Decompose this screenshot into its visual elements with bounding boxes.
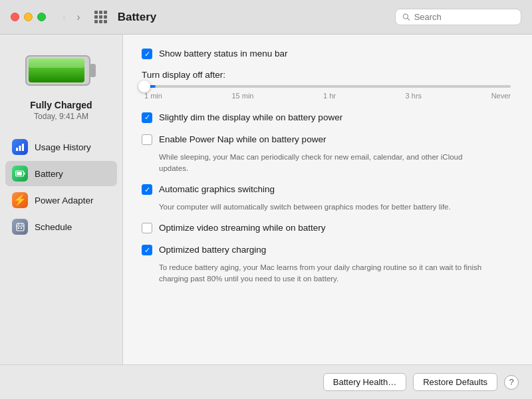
svg-rect-11 (17, 172, 22, 176)
sidebar-item-usage-history[interactable]: Usage History (5, 134, 117, 160)
minimize-button[interactable] (24, 13, 33, 21)
optimized-charging-row: ✓ Optimized battery charging (142, 244, 513, 257)
battery-illustration (25, 51, 98, 93)
auto-graphics-checkbox[interactable]: ✓ (142, 184, 152, 195)
slider-thumb[interactable] (138, 80, 150, 92)
main-content: Fully Charged Today, 9:41 AM Usage Histo… (0, 35, 532, 364)
sidebar-label-power-adapter: Power Adapter (35, 196, 94, 205)
search-bar (395, 9, 521, 25)
slider-track (144, 85, 511, 88)
auto-graphics-label: Automatic graphics switching (159, 184, 275, 196)
svg-rect-7 (19, 146, 21, 151)
schedule-icon (12, 219, 28, 235)
adapter-icon: ⚡ (12, 192, 28, 208)
sidebar-label-usage-history: Usage History (35, 142, 91, 152)
sidebar-nav: Usage History Battery ⚡ Power Adapter (5, 134, 117, 239)
svg-rect-17 (21, 227, 22, 229)
help-button[interactable]: ? (504, 375, 519, 390)
tick-1hr: 1 hr (323, 92, 336, 100)
sidebar-label-schedule: Schedule (35, 222, 72, 232)
dim-display-row: ✓ Slightly dim the display while on batt… (142, 112, 513, 124)
optimized-charging-description: To reduce battery aging, your Mac learns… (159, 262, 485, 285)
sidebar-label-battery: Battery (35, 169, 63, 179)
search-input[interactable] (414, 12, 514, 22)
power-nap-description: While sleeping, your Mac can periodicall… (159, 152, 485, 175)
tick-never: Never (491, 92, 511, 100)
grid-icon[interactable] (94, 11, 107, 23)
optimize-video-checkbox[interactable] (142, 223, 152, 233)
footer: Battery Health… Restore Defaults ? (0, 364, 532, 399)
svg-rect-5 (29, 59, 84, 68)
nav-buttons: ‹ › (59, 10, 84, 25)
battery-health-button[interactable]: Battery Health… (323, 373, 406, 391)
sidebar: Fully Charged Today, 9:41 AM Usage Histo… (0, 35, 123, 364)
slider-ticks: 1 min 15 min 1 hr 3 hrs Never (144, 92, 511, 100)
svg-rect-10 (23, 173, 25, 175)
traffic-lights (11, 13, 46, 21)
display-off-slider-section: Turn display off after: 1 min 15 min 1 h… (142, 70, 513, 100)
tick-15min: 15 min (231, 92, 253, 100)
usage-history-icon (12, 139, 28, 155)
dim-display-checkbox[interactable]: ✓ (142, 112, 152, 123)
search-icon (402, 13, 410, 21)
tick-1min: 1 min (144, 92, 162, 100)
optimized-charging-label: Optimized battery charging (159, 244, 266, 257)
svg-rect-16 (18, 227, 19, 229)
show-battery-status-label: Show battery status in menu bar (159, 48, 288, 61)
power-nap-label: Enable Power Nap while on battery power (159, 134, 326, 146)
sidebar-item-battery[interactable]: Battery (5, 161, 117, 186)
power-nap-checkbox[interactable] (142, 134, 152, 145)
dim-display-label: Slightly dim the display while on batter… (159, 112, 342, 124)
svg-line-1 (408, 18, 410, 20)
svg-rect-12 (17, 223, 24, 231)
auto-graphics-description: Your computer will automatically switch … (159, 201, 485, 213)
battery-image (25, 51, 98, 90)
titlebar: ‹ › Battery (0, 0, 532, 35)
battery-status: Fully Charged (30, 100, 92, 110)
optimized-charging-checkbox[interactable]: ✓ (142, 245, 152, 255)
forward-button[interactable]: › (73, 10, 83, 25)
optimize-video-row: Optimize video streaming while on batter… (142, 222, 513, 235)
battery-nav-icon (12, 166, 28, 182)
svg-rect-8 (22, 144, 24, 151)
back-button[interactable]: ‹ (59, 10, 69, 25)
battery-time: Today, 9:41 AM (34, 112, 88, 121)
svg-rect-6 (16, 148, 18, 151)
show-battery-status-row: ✓ Show battery status in menu bar (142, 48, 513, 61)
show-battery-status-checkbox[interactable]: ✓ (142, 49, 152, 59)
power-nap-row: Enable Power Nap while on battery power (142, 134, 513, 146)
maximize-button[interactable] (37, 13, 46, 21)
page-title: Battery (118, 11, 387, 24)
svg-rect-3 (90, 64, 96, 77)
close-button[interactable] (11, 13, 19, 21)
sidebar-item-schedule[interactable]: Schedule (5, 214, 117, 239)
restore-defaults-button[interactable]: Restore Defaults (413, 373, 497, 391)
sidebar-item-power-adapter[interactable]: ⚡ Power Adapter (5, 188, 117, 213)
optimize-video-label: Optimize video streaming while on batter… (159, 222, 326, 235)
tick-3hrs: 3 hrs (406, 92, 422, 100)
settings-content: ✓ Show battery status in menu bar Turn d… (123, 35, 532, 364)
auto-graphics-row: ✓ Automatic graphics switching (142, 184, 513, 196)
slider-label: Turn display off after: (142, 70, 513, 80)
slider-container: 1 min 15 min 1 hr 3 hrs Never (142, 85, 513, 100)
